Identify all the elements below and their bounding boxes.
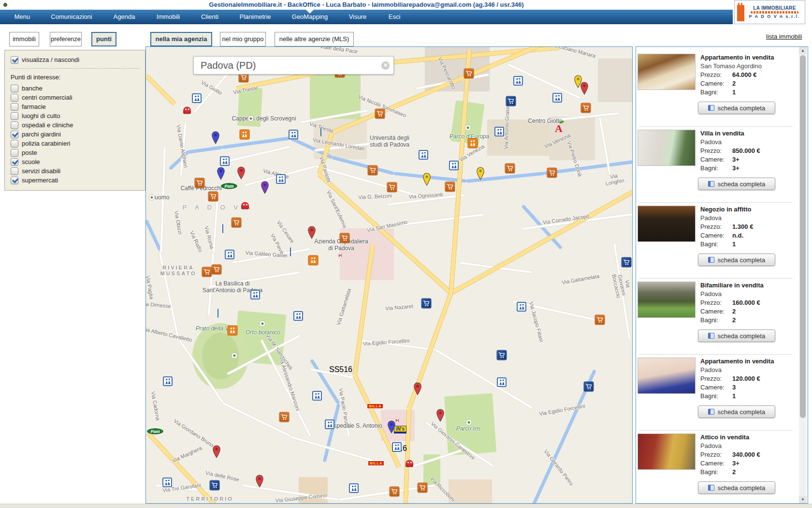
garden-poi-icon[interactable] (260, 321, 266, 327)
tab-immobili[interactable]: immobili (9, 32, 39, 46)
supermarket-marker-icon[interactable] (595, 315, 605, 325)
poi-item-centri-commerciali[interactable]: centri commerciali (11, 93, 139, 102)
nav-item-clienti[interactable]: Clienti (201, 13, 218, 20)
toggle-visualizza[interactable]: visualizza / nascondi (11, 55, 139, 64)
garden-poi-icon[interactable] (465, 125, 471, 131)
poi-item-luoghi-di-culto[interactable]: luoghi di culto (11, 111, 139, 120)
red-pin-icon[interactable] (436, 409, 445, 424)
red-pin-icon[interactable] (256, 475, 264, 490)
red-pin-icon[interactable] (414, 382, 422, 397)
school-marker-icon[interactable] (494, 127, 504, 136)
poi-item-parchi-giardini[interactable]: parchi giardini (11, 130, 139, 139)
transit-marker-icon[interactable] (320, 128, 321, 136)
supermarket-marker-icon[interactable] (390, 487, 400, 497)
bottom-scroll-strip[interactable] (0, 504, 812, 508)
poi-item-scuole[interactable]: scuole (11, 157, 139, 166)
billa-logo-marker[interactable]: BILLA (368, 458, 384, 466)
yellow-pin-icon[interactable] (477, 167, 485, 182)
school-marker-icon[interactable] (250, 290, 260, 299)
yellow-pin-icon[interactable] (423, 173, 431, 188)
clear-search-icon[interactable]: ✕ (381, 61, 390, 70)
nav-item-visure[interactable]: Visure (349, 13, 367, 20)
poi-checkbox-parchi-giardini[interactable] (11, 131, 18, 138)
poi-dot-icon[interactable] (149, 194, 155, 201)
tab-nel-mio-gruppo[interactable]: nel mio gruppo (220, 32, 266, 46)
scheda-completa-button[interactable]: scheda completa (698, 329, 775, 342)
supermarket-marker-icon[interactable] (195, 178, 205, 188)
nav-item-comunicazioni[interactable]: Comunicazioni (51, 13, 92, 20)
poi-item-banche[interactable]: banche (11, 84, 139, 93)
supermarket-marker-icon[interactable] (547, 168, 557, 178)
garden-poi-icon[interactable] (232, 353, 238, 359)
poi-checkbox-farmacie[interactable] (11, 103, 18, 111)
scroll-down-icon[interactable]: ▼ (799, 496, 807, 503)
nav-item-menu[interactable]: Menu (14, 13, 30, 20)
supermarket-blue-marker-icon[interactable] (506, 96, 516, 106)
pam-logo-marker[interactable]: Pam (221, 181, 237, 190)
supermarket-marker-icon[interactable] (279, 412, 290, 422)
lista-immobili-link[interactable]: lista immobili (766, 33, 802, 40)
nav-item-planimetrie[interactable]: Planimetrie (239, 13, 271, 20)
purple-pin-icon[interactable] (261, 181, 269, 196)
school-marker-icon[interactable] (276, 174, 286, 184)
ins-logo-marker[interactable]: iN's (394, 424, 406, 433)
poi-checkbox-scuole[interactable] (11, 158, 18, 166)
supermarket-blue-marker-icon[interactable] (497, 350, 507, 360)
supermarket-marker-icon[interactable] (202, 267, 212, 277)
supermarket-blue-marker-icon[interactable] (622, 257, 632, 268)
transit-marker-icon[interactable] (218, 309, 218, 318)
blue-pin-icon[interactable] (388, 420, 396, 435)
billa-logo-marker[interactable]: BILLA (367, 401, 383, 409)
mascot-marker-icon[interactable] (241, 202, 249, 209)
poi-item-servizi-disabili[interactable]: servizi disabili (11, 166, 139, 176)
supermarket-marker-icon[interactable] (387, 182, 397, 193)
school-marker-icon[interactable] (449, 161, 459, 170)
transit-marker-icon[interactable] (290, 248, 291, 256)
scheda-completa-button[interactable]: scheda completa (698, 178, 775, 190)
mascot-marker-icon[interactable] (406, 460, 413, 467)
listing-photo[interactable] (638, 206, 696, 242)
school-marker-icon[interactable] (293, 311, 303, 321)
supermarket-marker-icon[interactable] (581, 103, 591, 113)
listing-photo[interactable] (638, 433, 696, 470)
poi-checkbox-servizi-disabili[interactable] (11, 167, 18, 175)
listing-photo[interactable] (638, 358, 696, 394)
school-marker-icon[interactable] (552, 93, 562, 103)
garden-poi-icon[interactable] (466, 419, 472, 426)
school-marker-icon[interactable] (192, 93, 202, 103)
red-pin-icon[interactable] (308, 226, 316, 241)
supermarket-blue-marker-icon[interactable] (421, 299, 432, 309)
yellow-pin-icon[interactable] (574, 75, 582, 90)
scheda-completa-button[interactable]: scheda completa (698, 254, 775, 266)
scroll-up-icon[interactable]: ▲ (799, 47, 807, 54)
supermarket-marker-icon[interactable] (505, 164, 515, 174)
visualizza-checkbox[interactable] (11, 56, 18, 64)
school-marker-icon[interactable] (517, 302, 526, 312)
map-canvas[interactable]: Via GiottoVia TriesteVia TriesteVia Leon… (145, 46, 633, 504)
red-pin-icon[interactable] (237, 166, 246, 181)
park-marker-icon[interactable] (240, 130, 250, 140)
school-marker-icon[interactable] (419, 150, 428, 160)
transit-marker-icon[interactable] (222, 224, 223, 233)
supermarket-marker-icon[interactable] (340, 233, 350, 243)
nav-item-geomapping[interactable]: GeoMapping (292, 13, 328, 20)
pam-logo-marker[interactable]: Pam (147, 426, 163, 435)
school-marker-icon[interactable] (349, 483, 359, 493)
poi-checkbox-polizia-carabinieri[interactable] (11, 140, 18, 148)
school-marker-icon[interactable] (220, 156, 230, 166)
sidebar-scrollbar[interactable]: ▲ ▼ (799, 47, 807, 503)
supermarket-marker-icon[interactable] (208, 192, 218, 202)
poi-item-ospedali-e-cliniche[interactable]: ospedali e cliniche (11, 120, 139, 130)
blue-pin-icon[interactable] (217, 167, 225, 182)
mascot-marker-icon[interactable] (183, 107, 191, 114)
school-marker-icon[interactable] (225, 250, 234, 259)
listing-photo[interactable] (638, 130, 696, 166)
park-marker-icon[interactable] (308, 255, 319, 266)
scheda-completa-button[interactable]: scheda completa (698, 405, 775, 418)
park-marker-icon[interactable] (468, 138, 478, 149)
nav-item-esci[interactable]: Esci (389, 13, 401, 20)
school-marker-icon[interactable] (497, 377, 507, 387)
poi-item-farmacie[interactable]: farmacie (11, 102, 139, 111)
supermarket-blue-marker-icon[interactable] (584, 382, 594, 392)
poi-item-supermercati[interactable]: supermercati (11, 176, 139, 185)
